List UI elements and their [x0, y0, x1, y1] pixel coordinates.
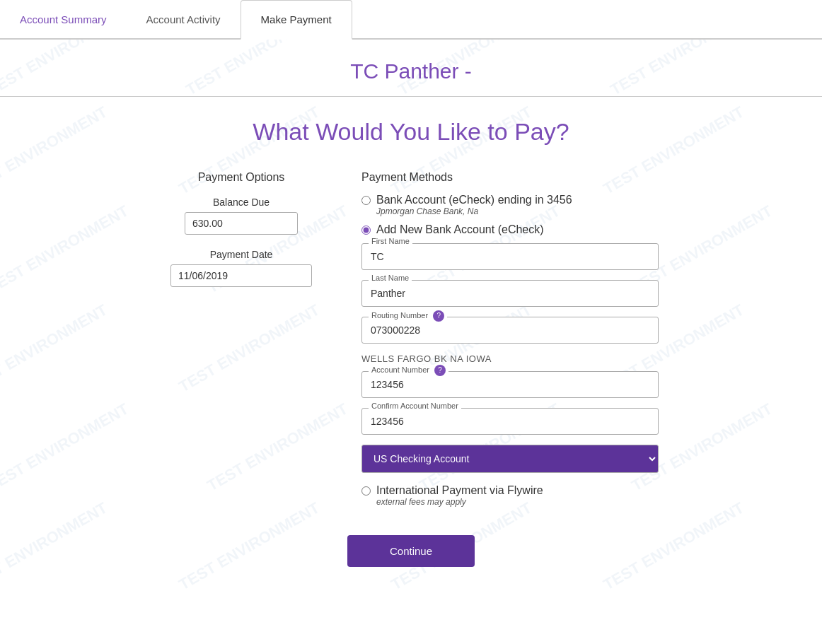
page-title: What Would You Like to Pay?: [28, 118, 794, 146]
international-payment-option: International Payment via Flywire extern…: [361, 484, 659, 507]
routing-help-icon[interactable]: ?: [433, 310, 444, 322]
bank-sublabel: Jpmorgan Chase Bank, Na: [376, 206, 572, 216]
account-number-label: Account Number ?: [369, 365, 448, 376]
intl-payment-label[interactable]: International Payment via Flywire extern…: [376, 484, 543, 507]
balance-due-label: Balance Due: [163, 197, 319, 208]
payment-date-label: Payment Date: [163, 249, 319, 260]
confirm-account-input[interactable]: [361, 408, 659, 435]
intl-payment-radio[interactable]: [361, 486, 371, 496]
payment-methods-panel: Payment Methods Bank Account (eCheck) en…: [361, 171, 659, 507]
first-name-label: First Name: [369, 237, 412, 245]
payment-layout: Payment Options Balance Due Payment Date…: [75, 171, 747, 507]
last-name-label: Last Name: [369, 274, 412, 282]
continue-section: Continue: [28, 535, 794, 567]
tab-account-activity[interactable]: Account Activity: [127, 0, 241, 40]
account-number-field: Account Number ?: [361, 371, 659, 398]
balance-due-input[interactable]: [185, 212, 298, 235]
confirm-account-field: Confirm Account Number: [361, 408, 659, 435]
payment-methods-title: Payment Methods: [361, 171, 659, 184]
existing-bank-radio[interactable]: [361, 196, 371, 205]
tab-make-payment[interactable]: Make Payment: [241, 0, 352, 40]
tab-bar: Account Summary Account Activity Make Pa…: [0, 0, 822, 40]
existing-bank-label[interactable]: Bank Account (eCheck) ending in 3456 Jpm…: [376, 194, 572, 216]
payment-date-group: Payment Date: [163, 249, 319, 287]
add-new-bank-option: Add New Bank Account (eCheck): [361, 223, 659, 236]
confirm-account-label: Confirm Account Number: [369, 402, 461, 410]
first-name-field: First Name: [361, 243, 659, 270]
tab-account-summary[interactable]: Account Summary: [0, 0, 127, 40]
header-title: TC Panther -: [0, 59, 822, 83]
balance-due-group: Balance Due: [163, 197, 319, 235]
add-new-bank-label[interactable]: Add New Bank Account (eCheck): [376, 223, 544, 236]
main-content: What Would You Like to Pay? Payment Opti…: [0, 97, 822, 588]
last-name-field: Last Name: [361, 280, 659, 307]
new-bank-radio[interactable]: [361, 226, 371, 235]
continue-button[interactable]: Continue: [347, 535, 475, 567]
intl-sublabel: external fees may apply: [376, 497, 543, 507]
last-name-input[interactable]: [361, 280, 659, 307]
bank-account-option: Bank Account (eCheck) ending in 3456 Jpm…: [361, 194, 659, 216]
routing-number-field: Routing Number ?: [361, 317, 659, 344]
routing-number-label: Routing Number ?: [369, 310, 447, 322]
first-name-input[interactable]: [361, 243, 659, 270]
account-type-select[interactable]: US Checking Account US Savings Account: [361, 445, 659, 473]
payment-options-panel: Payment Options Balance Due Payment Date: [163, 171, 319, 301]
payment-date-input[interactable]: [170, 264, 312, 287]
account-help-icon[interactable]: ?: [434, 365, 446, 376]
page-header: TC Panther -: [0, 40, 822, 97]
payment-options-title: Payment Options: [163, 171, 319, 184]
bank-name-hint: WELLS FARGO BK NA IOWA: [361, 353, 659, 364]
